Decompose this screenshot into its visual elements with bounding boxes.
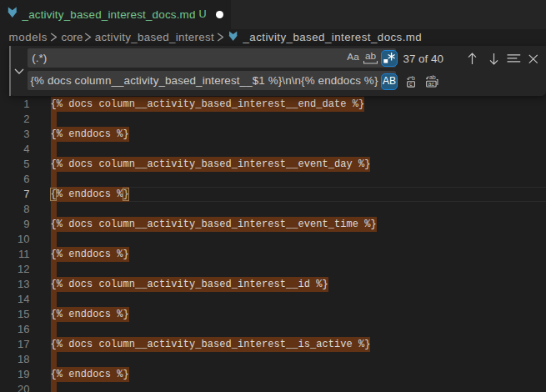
svg-text:ab: ab (429, 74, 436, 80)
svg-text:c: c (409, 81, 413, 87)
svg-text:ac: ac (428, 81, 435, 87)
svg-text:b: b (412, 75, 415, 81)
